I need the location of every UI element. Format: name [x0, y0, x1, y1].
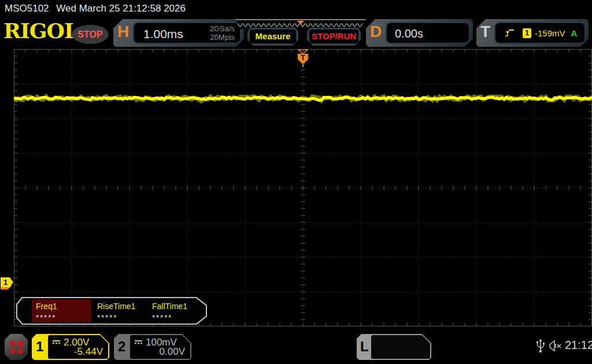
trigger-position-outline-icon: [297, 49, 309, 54]
measurement-value: *****: [97, 313, 148, 322]
trigger-settings-button[interactable]: T 1 -159mV A: [476, 19, 589, 47]
acquisition-status-badge: STOP: [72, 25, 109, 44]
channel1-offset-value: -5.44V: [74, 346, 103, 358]
stop-run-button-label: STOP/RUN: [309, 29, 359, 44]
grid-and-trace: [14, 49, 592, 326]
logic-analyzer-block[interactable]: L 0 1 2 3 4 5 6 7 8 9 10 11 12 13 14 15: [357, 334, 431, 360]
measurement-item-falltime1[interactable]: FallTime1 *****: [148, 299, 204, 322]
delay-settings-button[interactable]: D 0.00s: [366, 19, 473, 47]
measurement-value: *****: [36, 313, 91, 322]
logic-analyzer-label: L: [360, 339, 369, 355]
channel2-readout: 100mV 0.00V: [130, 335, 190, 359]
speaker-muted-icon: [548, 340, 563, 351]
channel2-status-block[interactable]: 2 100mV 0.00V: [114, 334, 191, 360]
trigger-position-flag: T: [298, 54, 308, 64]
delay-label: D: [370, 23, 382, 41]
dc-coupling-icon: [135, 340, 142, 344]
memory-depth-value: 20Mpts: [210, 33, 235, 42]
measure-button-label: Measure: [249, 29, 297, 44]
channel1-status-block[interactable]: 1 2.00V -5.44V: [32, 334, 109, 360]
clock-text: 21:12: [565, 339, 592, 352]
measurement-panel-body: Freq1 ***** RiseTime1 ***** FallTime1 **…: [17, 298, 206, 324]
logic-channel-list: 0 1 2 3 4 5 6 7 8 9 10 11 12 13 14 15: [371, 335, 430, 359]
horizontal-readout: 1.00ms 2GSa/s 20Mpts: [133, 22, 241, 44]
horizontal-settings-button[interactable]: H 1.00ms 2GSa/s 20Mpts: [113, 19, 244, 47]
usb-icon: [536, 339, 545, 354]
dc-coupling-icon: [53, 340, 60, 344]
channel2-offset-value: 0.00V: [160, 346, 185, 358]
measurement-name: RiseTime1: [97, 302, 148, 311]
measurement-panel: Freq1 ***** RiseTime1 ***** FallTime1 **…: [16, 297, 207, 325]
rigol-logo: RIGOL: [3, 18, 78, 43]
trigger-mode-value: A: [571, 28, 578, 38]
trigger-position-marker[interactable]: T: [297, 49, 309, 63]
menu-grid-icon[interactable]: [5, 334, 28, 360]
measurement-name: Freq1: [36, 302, 91, 311]
acquisition-readout: 2GSa/s 20Mpts: [210, 24, 235, 42]
channel1-number: 1: [36, 339, 43, 355]
delay-value: 0.00s: [395, 27, 423, 40]
trigger-level-value: -159mV: [535, 28, 565, 38]
sample-rate-value: 2GSa/s: [210, 24, 235, 33]
graticule: T Freq1 ***** RiseTime1 ***** FallTime1 …: [14, 49, 592, 326]
strip-position-marker: [297, 21, 304, 24]
stop-run-button[interactable]: STOP/RUN: [307, 28, 361, 46]
horizontal-label: H: [117, 23, 129, 41]
channel1-position-marker[interactable]: 1: [1, 277, 13, 287]
trigger-label: T: [480, 23, 490, 41]
datetime-text: Wed March 25 21:12:58 2026: [56, 3, 186, 14]
measurement-name: FallTime1: [152, 302, 204, 311]
oscilloscope-screen: MSO5102 Wed March 25 21:12:58 2026 RIGOL…: [0, 0, 592, 364]
timebase-value: 1.00ms: [143, 27, 183, 41]
measurement-item-risetime1[interactable]: RiseTime1 *****: [93, 299, 148, 322]
waveform-overview-strip[interactable]: [235, 19, 366, 29]
falling-edge-icon: [505, 28, 515, 38]
measurement-value: *****: [152, 313, 204, 322]
model-name: MSO5102: [5, 3, 49, 14]
status-bar: MSO5102 Wed March 25 21:12:58 2026: [0, 0, 592, 17]
trigger-position-stem: [302, 64, 304, 67]
toolbar: RIGOL STOP H 1.00ms 2GSa/s 20Mpts Measur…: [0, 17, 592, 49]
trigger-source-badge: 1: [523, 28, 531, 38]
measure-button[interactable]: Measure: [247, 28, 298, 46]
channel2-number: 2: [118, 339, 125, 355]
bottom-bar: 1 2.00V -5.44V 2 100mV 0.00V L 0 1 2 3 4…: [0, 329, 592, 364]
delay-readout: 0.00s: [386, 22, 470, 44]
channel1-readout: 2.00V -5.44V: [48, 335, 108, 359]
measurement-item-freq1[interactable]: Freq1 *****: [32, 299, 91, 322]
logic-channels-row1: 0 1 2 3 4 5 6 7: [378, 357, 430, 364]
trigger-readout: 1 -159mV A: [494, 22, 586, 44]
